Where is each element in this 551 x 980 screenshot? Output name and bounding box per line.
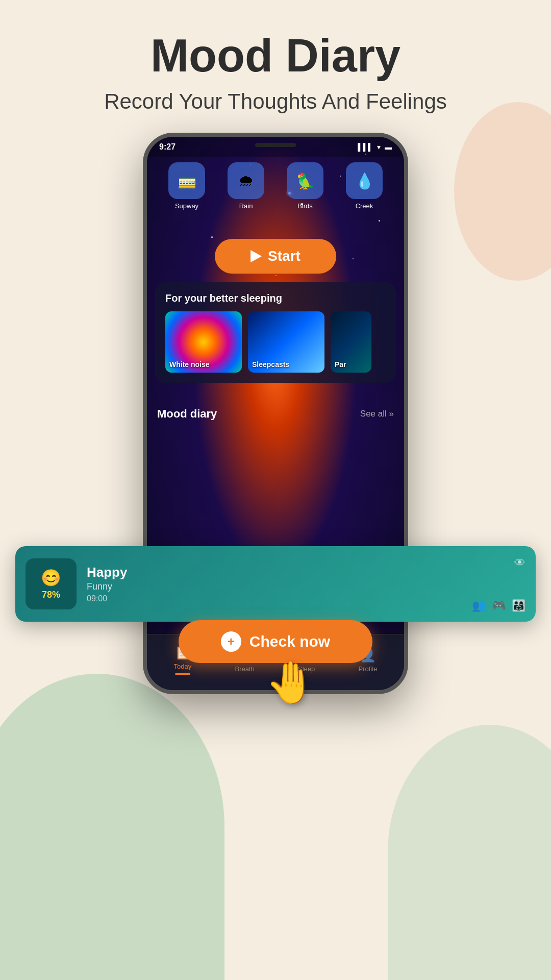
mood-diary-title: Mood diary (157, 407, 217, 421)
see-all-link[interactable]: See all » (360, 409, 394, 419)
plus-icon: + (221, 631, 241, 652)
mood-card-float: 😊 78% Happy Funny 09:00 👁 👥 🎮 👨‍👩‍👧 (15, 546, 536, 622)
play-icon (251, 250, 262, 262)
bg-mountain-left (0, 674, 224, 980)
mood-diary-header: Mood diary See all » (157, 407, 394, 421)
phone-status-icons: ▌▌▌ ▾ ▬ (358, 143, 392, 151)
start-button-label: Start (268, 248, 300, 264)
page-subtitle: Record Your Thoughts And Feelings (0, 89, 551, 114)
nav-label-breath: Breath (235, 665, 255, 673)
mood-info: Happy Funny 09:00 (87, 565, 525, 603)
app-icon-rain[interactable]: 🌧 Rain (228, 162, 264, 210)
sleeping-thumbnails: White noise Sleepcasts Par (165, 311, 386, 373)
check-now-label: Check now (249, 633, 330, 650)
thumb-label-partial: Par (335, 360, 346, 369)
battery-icon: ▬ (385, 143, 392, 151)
eye-icon[interactable]: 👁 (514, 556, 525, 570)
app-icon-supway[interactable]: 🚃 Supway (168, 162, 205, 210)
bg-blob-right (454, 102, 551, 281)
sleeping-card-title: For your better sleeping (165, 292, 386, 304)
phone-status-bar: 9:27 ▌▌▌ ▾ ▬ (147, 137, 404, 157)
thumbnail-partial[interactable]: Par (331, 311, 371, 373)
signal-icon: ▌▌▌ (358, 143, 373, 151)
thumbnail-white-noise[interactable]: White noise (165, 311, 242, 373)
nav-label-profile: Profile (359, 665, 378, 673)
page-title: Mood Diary (0, 31, 551, 81)
mood-percentage-box: 😊 78% (26, 558, 77, 609)
thumbnail-sleepcasts[interactable]: Sleepcasts (248, 311, 324, 373)
app-icon-creek[interactable]: 💧 Creek (346, 162, 383, 210)
hand-cursor-icon: 🤚 (265, 658, 316, 706)
app-icon-birds[interactable]: 🦜 Birds (287, 162, 323, 210)
mood-name: Happy (87, 565, 525, 580)
group-icon: 👥 (472, 599, 486, 612)
header: Mood Diary Record Your Thoughts And Feel… (0, 0, 551, 114)
check-now-button[interactable]: + Check now (179, 620, 372, 663)
mood-emoji: 😊 (41, 568, 61, 587)
nav-label-today: Today (174, 663, 192, 670)
thumb-label-sleepcasts: Sleepcasts (252, 360, 289, 369)
bg-mountain-right (388, 725, 551, 980)
thumb-label-white-noise: White noise (169, 360, 210, 369)
app-icons-row: 🚃 Supway 🌧 Rain 🦜 Birds 💧 Creek (147, 162, 404, 210)
mood-percentage: 78% (42, 590, 60, 600)
phone-time: 9:27 (159, 142, 176, 152)
community-icon: 👨‍👩‍👧 (512, 599, 525, 612)
wifi-icon: ▾ (377, 143, 381, 151)
mood-icons-row: 👥 🎮 👨‍👩‍👧 (472, 599, 525, 612)
sleeping-card: For your better sleeping White noise Sle… (155, 282, 396, 383)
mood-time: 09:00 (87, 594, 525, 603)
game-icon: 🎮 (492, 599, 506, 612)
start-button[interactable]: Start (215, 239, 336, 274)
nav-active-indicator (175, 673, 190, 675)
mood-sub-label: Funny (87, 581, 525, 592)
